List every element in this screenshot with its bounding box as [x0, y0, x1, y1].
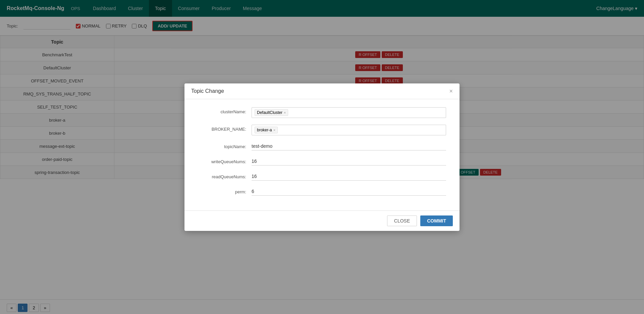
cluster-name-label: clusterName: — [198, 107, 252, 114]
read-queue-input[interactable] — [252, 172, 446, 181]
write-queue-row: writeQueueNums: — [198, 157, 446, 166]
cluster-name-tag-remove[interactable]: × — [284, 111, 286, 115]
broker-name-input-area: broker-a × — [252, 125, 446, 135]
write-queue-label: writeQueueNums: — [198, 157, 252, 164]
modal-footer: CLOSE COMMIT — [184, 210, 460, 231]
read-queue-input-area — [252, 172, 446, 181]
modal-close-x-button[interactable]: × — [449, 88, 453, 94]
perm-input[interactable] — [252, 187, 446, 196]
cluster-name-input-area: DefaultCluster × — [252, 107, 446, 118]
modal-title: Topic Change — [191, 88, 224, 94]
cluster-name-tag: DefaultCluster × — [255, 109, 288, 116]
cluster-name-tag-label: DefaultCluster — [257, 110, 282, 115]
topic-change-modal: Topic Change × clusterName: DefaultClust… — [184, 83, 460, 231]
write-queue-input-area — [252, 157, 446, 166]
cluster-name-row: clusterName: DefaultCluster × — [198, 107, 446, 118]
topic-name-row: topicName: — [198, 142, 446, 150]
broker-name-tag-label: broker-a — [257, 128, 272, 132]
topic-name-input-area — [252, 142, 446, 150]
read-queue-row: readQueueNums: — [198, 172, 446, 181]
cluster-name-tag-input[interactable]: DefaultCluster × — [252, 107, 446, 118]
commit-button[interactable]: COMMIT — [420, 215, 453, 226]
broker-name-tag: broker-a × — [255, 127, 278, 133]
broker-name-row: BROKER_NAME: broker-a × — [198, 125, 446, 135]
close-modal-button[interactable]: CLOSE — [387, 215, 417, 226]
topic-name-label: topicName: — [198, 142, 252, 149]
broker-name-tag-remove[interactable]: × — [273, 128, 275, 132]
broker-name-tag-input[interactable]: broker-a × — [252, 125, 446, 135]
topic-name-input[interactable] — [252, 142, 446, 150]
read-queue-label: readQueueNums: — [198, 172, 252, 179]
perm-input-area — [252, 187, 446, 196]
broker-name-label: BROKER_NAME: — [198, 125, 252, 132]
modal-overlay: Topic Change × clusterName: DefaultClust… — [0, 0, 644, 314]
modal-header: Topic Change × — [184, 83, 460, 99]
write-queue-input[interactable] — [252, 157, 446, 166]
modal-body: clusterName: DefaultCluster × BROKER_NAM… — [184, 99, 460, 210]
perm-label: perm: — [198, 187, 252, 194]
perm-row: perm: — [198, 187, 446, 196]
